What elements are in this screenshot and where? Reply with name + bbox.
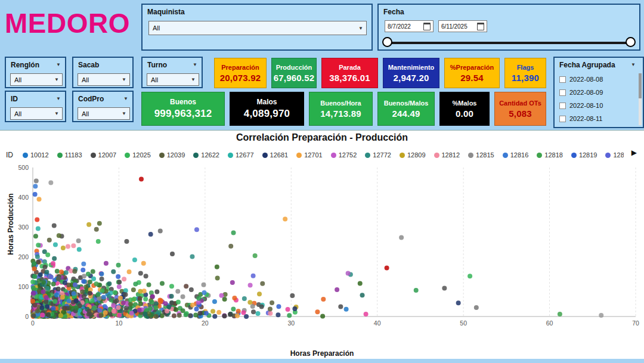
date-option-label: 2022-08-10 [569,102,603,109]
legend-dot-icon [193,153,199,158]
turno-slicer: Turno ▼ All ▼ [141,57,203,88]
chevron-down-icon[interactable]: ▼ [56,96,61,101]
id-value: All [14,110,21,117]
legend-item-label: 12039 [167,151,185,159]
legend-item-label: 12818 [544,151,563,159]
legend-item-label: 10012 [30,151,49,159]
list-item[interactable]: 2022-08-08 [555,73,638,86]
checkbox[interactable] [559,103,566,109]
fecha-slicer: Fecha 8/7/2022 6/11/2025 [377,4,640,51]
fecha-end-input[interactable]: 6/11/2025 [438,20,487,32]
list-item[interactable]: 2022-08-09 [555,86,638,99]
legend-item[interactable]: 12818 [537,151,563,159]
legend-dot-icon [434,153,439,158]
chevron-down-icon[interactable]: ▼ [631,62,636,67]
svg-text:0: 0 [31,319,35,327]
legend-item-label: 12677 [236,151,254,159]
legend-item-label: 12820 [613,151,624,159]
chart-title: Correlación Preparación - Producción [0,132,644,143]
svg-text:50: 50 [460,319,467,327]
chevron-down-icon: ▼ [358,26,363,31]
legend-item[interactable]: 12815 [468,151,494,159]
kpi-value: 5,083 [509,108,532,119]
fecha-start-input[interactable]: 8/7/2022 [385,20,434,32]
legend-dot-icon [57,153,63,158]
list-item[interactable]: 2022-08-12 [555,125,638,127]
renglon-slicer: Renglón ▼ All ▼ [5,57,66,88]
renglon-value: All [14,76,21,83]
checkbox[interactable] [559,116,566,122]
maquinista-dropdown[interactable]: All ▼ [148,21,367,35]
legend-item-label: 12622 [201,151,219,159]
legend-item[interactable]: 12819 [571,151,597,159]
legend-item[interactable]: 12039 [159,151,185,159]
codpro-label: CodPro [78,95,104,103]
legend-item[interactable]: 12007 [91,151,117,159]
date-range-slider-track[interactable] [386,42,632,44]
legend-item[interactable]: 12820 [605,151,624,159]
maquinista-label: Maquinista [147,8,185,16]
sacab-value: All [82,76,89,83]
legend-item[interactable]: 12812 [434,151,460,159]
legend-item[interactable]: 12772 [365,151,391,159]
legend-item[interactable]: 12622 [193,151,219,159]
legend-item[interactable]: 12752 [331,151,357,159]
legend-scroll-arrow-icon[interactable]: ▶ [631,148,637,157]
svg-text:40: 40 [374,319,381,327]
chevron-down-icon[interactable]: ▼ [193,62,197,67]
sacab-dropdown[interactable]: All ▼ [78,73,130,86]
legend-item[interactable]: 12677 [228,151,254,159]
legend-dot-icon [296,153,302,158]
legend-item[interactable]: 12025 [125,151,151,159]
legend-dot-icon [91,153,96,158]
kpi-label: %Malos [453,100,477,107]
chevron-down-icon[interactable]: ▼ [56,62,61,67]
checkbox[interactable] [559,89,566,96]
fecha-end-value: 6/11/2025 [441,23,467,30]
legend-dot-icon [125,153,130,158]
kpi-buenos-malos: Buenos/Malos 244.49 [377,92,435,126]
svg-text:70: 70 [632,319,639,327]
date-range-slider-handle-start[interactable] [382,37,392,47]
sacab-label: Sacab [78,61,99,69]
legend-dot-icon [400,153,405,158]
codpro-value: All [82,110,89,117]
svg-text:300: 300 [18,224,29,231]
codpro-slicer: CodPro ▼ All ▼ [72,91,134,122]
legend-item[interactable]: 11183 [57,151,82,159]
kpi-value: 29.54 [460,73,484,83]
fecha-start-value: 8/7/2022 [388,23,411,30]
list-item[interactable]: 2022-08-10 [555,99,638,112]
sacab-slicer: Sacab All ▼ [72,57,134,88]
turno-dropdown[interactable]: All ▼ [147,73,199,86]
kpi-preparacion: Preparación 20,073.92 [214,58,267,88]
kpi-buenos: Buenos 999,963,312 [141,92,225,126]
svg-text:200: 200 [18,253,29,260]
legend-dot-icon [262,153,268,158]
list-item[interactable]: 2022-08-11 [555,112,638,125]
date-range-slider-handle-end[interactable] [626,37,636,47]
calendar-icon [423,23,431,30]
legend-item[interactable]: 10012 [23,151,49,159]
turno-label: Turno [147,61,167,69]
checkbox[interactable] [559,76,566,83]
codpro-dropdown[interactable]: All ▼ [78,107,130,120]
renglon-dropdown[interactable]: All ▼ [10,73,63,86]
legend-item[interactable]: 12809 [400,151,426,159]
legend-dot-icon [228,153,233,158]
legend-item[interactable]: 12681 [262,151,289,159]
svg-text:0: 0 [25,313,29,320]
svg-text:30: 30 [287,319,295,327]
scrollbar-thumb[interactable] [639,73,642,98]
kpi-cantidad-ots: Cantidad OTs 5,083 [494,92,546,126]
id-label: ID [11,95,18,103]
legend-item[interactable]: 12701 [296,151,323,159]
legend-item-label: 12752 [339,151,357,159]
kpi-value: 0.00 [456,108,473,119]
chevron-down-icon[interactable]: ▼ [123,96,128,101]
scrollbar[interactable] [639,73,642,125]
legend-item[interactable]: 12816 [503,151,529,159]
id-dropdown[interactable]: All ▼ [10,107,63,120]
y-axis-label: Horas Producción [7,185,15,263]
kpi-produccion: Producción 67,960.52 [271,58,317,88]
